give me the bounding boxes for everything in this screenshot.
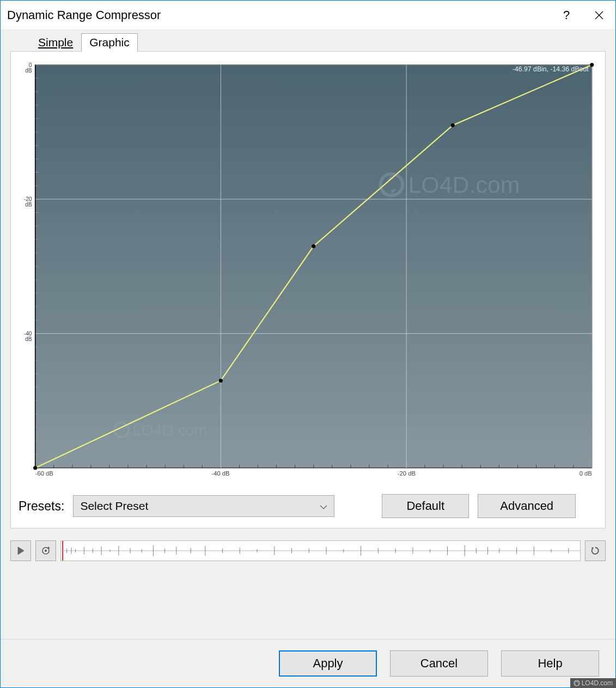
svg-text:dB: dB bbox=[25, 336, 32, 342]
waveform-preview[interactable] bbox=[60, 540, 581, 561]
dialog-footer: Apply Cancel Help bbox=[1, 639, 615, 687]
play-button[interactable] bbox=[10, 540, 31, 561]
tab-simple[interactable]: Simple bbox=[30, 33, 81, 52]
svg-text:-40 dB: -40 dB bbox=[211, 470, 229, 477]
svg-rect-2 bbox=[35, 65, 592, 468]
tabs: Simple Graphic bbox=[10, 30, 606, 52]
chevron-down-icon bbox=[320, 500, 327, 513]
svg-text:0 dB: 0 dB bbox=[580, 470, 592, 477]
svg-point-66 bbox=[219, 379, 223, 382]
default-button[interactable]: Default bbox=[382, 494, 469, 518]
window-title: Dynamic Range Compressor bbox=[7, 8, 550, 22]
svg-point-69 bbox=[590, 63, 594, 67]
svg-marker-84 bbox=[18, 547, 24, 555]
svg-point-68 bbox=[451, 124, 455, 127]
cancel-button[interactable]: Cancel bbox=[390, 650, 488, 677]
cursor-readout: -46.97 dBin, -14.36 dBout bbox=[513, 65, 589, 73]
svg-point-87 bbox=[45, 550, 47, 552]
refresh-button[interactable] bbox=[585, 540, 606, 561]
titlebar: Dynamic Range Compressor ? bbox=[1, 1, 615, 30]
svg-text:dB: dB bbox=[25, 202, 32, 208]
preset-select[interactable]: Select Preset bbox=[73, 495, 334, 517]
close-icon[interactable] bbox=[583, 1, 615, 30]
svg-text:dB: dB bbox=[25, 68, 32, 74]
graphic-panel: LO4D.com LO4D.com -46.97 dBin, -14.36 dB… bbox=[10, 51, 606, 528]
compressor-curve-chart[interactable]: LO4D.com LO4D.com -46.97 dBin, -14.36 dB… bbox=[19, 59, 597, 484]
svg-text:-60 dB: -60 dB bbox=[35, 470, 53, 477]
svg-marker-86 bbox=[48, 546, 50, 549]
svg-text:LO4D.com: LO4D.com bbox=[133, 421, 208, 439]
refresh-icon bbox=[590, 546, 600, 556]
preset-select-value: Select Preset bbox=[80, 500, 148, 513]
loop-button[interactable] bbox=[35, 540, 56, 561]
presets-label: Presets: bbox=[19, 499, 64, 514]
loop-icon bbox=[40, 545, 51, 556]
svg-text:-20 dB: -20 dB bbox=[398, 470, 416, 477]
tab-graphic[interactable]: Graphic bbox=[81, 33, 138, 52]
help-button[interactable]: Help bbox=[501, 650, 599, 677]
help-icon[interactable]: ? bbox=[550, 1, 583, 30]
advanced-button[interactable]: Advanced bbox=[478, 494, 576, 518]
svg-text:LO4D.com: LO4D.com bbox=[408, 172, 520, 197]
play-icon bbox=[16, 546, 26, 556]
apply-button[interactable]: Apply bbox=[279, 650, 377, 677]
svg-point-67 bbox=[312, 245, 315, 248]
svg-point-65 bbox=[33, 466, 37, 470]
